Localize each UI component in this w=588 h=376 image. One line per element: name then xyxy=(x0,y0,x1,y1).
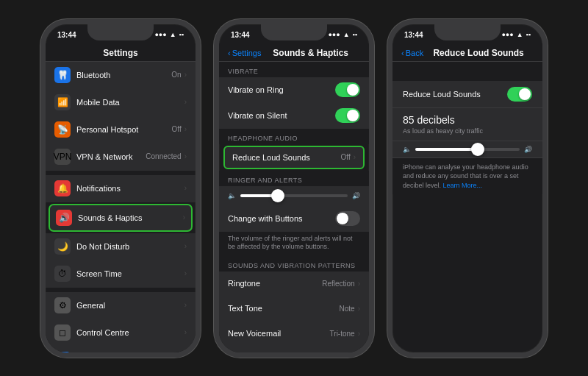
chevron-icon: › xyxy=(183,213,185,221)
signal-icon: ●●● xyxy=(154,31,166,38)
reduce-loud-label: Reduce Loud Sounds xyxy=(232,153,341,162)
list-item[interactable]: 🦷 Bluetooth On › xyxy=(46,62,196,89)
slider-thumb xyxy=(471,143,484,156)
bluetooth-icon: 🦷 xyxy=(54,67,71,83)
toggle-knob xyxy=(337,213,348,224)
back-label: Settings xyxy=(232,49,262,57)
chevron-icon: › xyxy=(354,153,356,161)
rls-description: iPhone can analyse your headphone audio … xyxy=(392,158,542,195)
chevron-icon: › xyxy=(184,71,187,79)
vol-high-icon: 🔊 xyxy=(352,192,360,199)
list-item[interactable]: 🔔 Notifications › xyxy=(46,175,196,202)
rls-nav: ‹ Back Reduce Loud Sounds xyxy=(392,43,542,62)
battery-icon: ▪▪ xyxy=(353,31,357,38)
screen-time-label: Screen Time xyxy=(76,269,184,278)
phone-2: 13:44 ●●● ▲ ▪▪ ‹ Settings Sounds & Hapti… xyxy=(214,19,374,358)
list-item[interactable]: 🌙 Do Not Disturb › xyxy=(46,233,196,260)
new-mail-item[interactable]: New Mail None › xyxy=(219,347,369,352)
control-centre-icon: ◻ xyxy=(54,324,71,341)
reduce-loud-item[interactable]: Reduce Loud Sounds Off › xyxy=(223,146,365,169)
sounds-haptics-item[interactable]: 🔊 Sounds & Haptics › xyxy=(49,204,193,232)
change-buttons-label: Change with Buttons xyxy=(228,214,335,223)
list-item[interactable]: VPN VPN & Network Connected › xyxy=(46,143,196,171)
text-tone-label: Text Tone xyxy=(228,304,340,313)
vpn-icon: VPN xyxy=(54,149,71,165)
ringer-slider-row: 🔈 🔊 xyxy=(219,186,369,206)
time-2: 13:44 xyxy=(231,31,250,39)
change-buttons-desc: The volume of the ringer and alerts will… xyxy=(219,232,369,256)
battery-icon: ▪▪ xyxy=(526,31,531,38)
notifications-icon: 🔔 xyxy=(54,180,71,196)
sounds-title: Sounds & Haptics xyxy=(261,48,360,58)
toggle-knob xyxy=(347,84,359,96)
learn-more-link[interactable]: Learn More... xyxy=(443,182,483,189)
vibrate-section-header: VIBRATE xyxy=(219,62,369,77)
vol-low-icon: 🔈 xyxy=(228,192,236,199)
signal-icon: ●●● xyxy=(328,31,340,38)
vibrate-silent-item[interactable]: Vibrate on Silent xyxy=(219,103,369,129)
notifications-label: Notifications xyxy=(76,184,184,193)
vpn-label: VPN & Network xyxy=(76,152,146,161)
signal-icon: ●●● xyxy=(501,31,513,38)
time-3: 13:44 xyxy=(404,31,423,39)
vibrate-ring-label: Vibrate on Ring xyxy=(228,85,335,94)
list-item[interactable]: ⏱ Screen Time › xyxy=(46,260,196,288)
db-section: 85 decibels As loud as heavy city traffi… xyxy=(392,108,542,141)
rls-screen: ‹ Back Reduce Loud Sounds Reduce Loud So… xyxy=(392,43,542,352)
chevron-left-icon: ‹ xyxy=(401,49,404,57)
chevron-icon: › xyxy=(358,280,360,288)
ringtone-value: Reflection xyxy=(322,280,354,288)
db-sub: As loud as heavy city traffic xyxy=(403,127,532,135)
screen-time-icon: ⏱ xyxy=(54,266,71,282)
chevron-icon: › xyxy=(358,330,360,338)
control-centre-label: Control Centre xyxy=(76,328,184,337)
hotspot-icon: 📡 xyxy=(54,121,71,138)
sounds-back-button[interactable]: ‹ Settings xyxy=(228,49,261,57)
settings-nav: Settings xyxy=(46,43,196,62)
vpn-value: Connected xyxy=(146,152,181,160)
wifi-icon: ▲ xyxy=(517,31,523,38)
reduce-loud-value: Off xyxy=(341,153,351,161)
rls-back-button[interactable]: ‹ Back xyxy=(401,49,423,57)
sounds-icon: 🔊 xyxy=(56,210,72,226)
status-icons-2: ●●● ▲ ▪▪ xyxy=(328,31,357,38)
vibrate-ring-item[interactable]: Vibrate on Ring xyxy=(219,77,369,103)
sounds-label: Sounds & Haptics xyxy=(78,213,183,222)
rls-toggle[interactable] xyxy=(507,87,532,102)
bluetooth-value: On xyxy=(171,71,181,79)
vibrate-ring-toggle[interactable] xyxy=(335,82,360,97)
wifi-icon: ▲ xyxy=(343,31,350,38)
notch-2 xyxy=(261,24,327,40)
list-item[interactable]: AA Display & Brightness › xyxy=(46,347,196,352)
change-buttons-item[interactable]: Change with Buttons xyxy=(219,206,369,232)
headphone-section-header: HEADPHONE AUDIO xyxy=(219,129,369,144)
battery-icon: ▪▪ xyxy=(179,31,184,38)
notch-3 xyxy=(434,24,501,40)
chevron-icon: › xyxy=(184,125,187,133)
rls-title: Reduce Loud Sounds xyxy=(423,48,534,58)
status-icons-3: ●●● ▲ ▪▪ xyxy=(501,31,531,38)
ringtone-item[interactable]: Ringtone Reflection › xyxy=(219,272,369,297)
settings-title: Settings xyxy=(54,48,187,58)
sounds-nav: ‹ Settings Sounds & Haptics xyxy=(219,43,369,62)
general-icon: ⚙ xyxy=(54,297,71,313)
list-item[interactable]: 📶 Mobile Data › xyxy=(46,89,196,116)
list-item[interactable]: ⚙ General › xyxy=(46,292,196,319)
chevron-icon: › xyxy=(358,305,360,313)
new-voicemail-value: Tri-tone xyxy=(330,330,355,338)
rls-slider-row: 🔈 🔊 xyxy=(392,141,542,158)
new-voicemail-item[interactable]: New Voicemail Tri-tone › xyxy=(219,322,369,347)
ringer-section-header: RINGER AND ALERTS xyxy=(219,171,369,186)
patterns-section-header: SOUNDS AND VIBRATION PATTERNS xyxy=(219,256,369,272)
text-tone-item[interactable]: Text Tone Note › xyxy=(219,297,369,322)
list-item[interactable]: ◻ Control Centre › xyxy=(46,319,196,347)
settings-screen: Settings 🦷 Bluetooth On › 📶 Mobile Data … xyxy=(46,43,196,352)
list-item[interactable]: 📡 Personal Hotspot Off › xyxy=(46,116,196,143)
slider-fill xyxy=(415,148,478,151)
hotspot-label: Personal Hotspot xyxy=(76,125,172,134)
vibrate-silent-toggle[interactable] xyxy=(335,108,360,123)
change-buttons-toggle[interactable] xyxy=(335,211,360,226)
rls-toggle-item[interactable]: Reduce Loud Sounds xyxy=(392,81,542,108)
ringer-slider[interactable] xyxy=(240,194,348,197)
rls-slider[interactable] xyxy=(415,148,520,151)
